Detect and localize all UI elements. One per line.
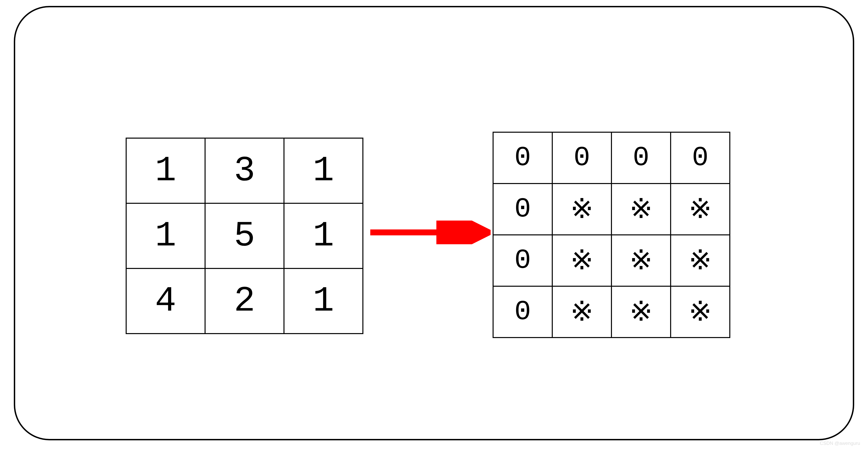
matrix-cell: 1 — [284, 269, 363, 334]
table-row: 4 2 1 — [126, 269, 363, 334]
matrix-cell: ※ — [671, 184, 730, 235]
matrix-cell: 0 — [493, 184, 552, 235]
matrix-cell: 1 — [126, 138, 205, 203]
matrix-cell: 0 — [552, 132, 612, 184]
matrix-cell: 0 — [493, 235, 552, 286]
watermark-text: CSDN @awenguru — [820, 441, 860, 446]
matrix-cell: ※ — [671, 286, 730, 338]
diagram-frame: 1 3 1 1 5 1 4 2 1 — [14, 6, 854, 440]
matrix-cell: 5 — [205, 203, 284, 269]
table-row: 0 ※ ※ ※ — [493, 286, 730, 338]
matrix-cell: ※ — [552, 184, 612, 235]
matrix-cell: ※ — [552, 235, 612, 286]
matrix-cell: 0 — [612, 132, 671, 184]
table-row: 1 5 1 — [126, 203, 363, 269]
matrix-cell: 4 — [126, 269, 205, 334]
matrix-cell: 1 — [126, 203, 205, 269]
matrix-cell: 3 — [205, 138, 284, 203]
matrix-cell: 1 — [284, 138, 363, 203]
output-matrix: 0 0 0 0 0 ※ ※ ※ 0 ※ ※ ※ 0 ※ ※ ※ — [493, 132, 730, 338]
matrix-cell: ※ — [612, 286, 671, 338]
diagram-content: 1 3 1 1 5 1 4 2 1 — [15, 7, 853, 439]
matrix-cell: ※ — [612, 235, 671, 286]
matrix-cell: 2 — [205, 269, 284, 334]
table-row: 0 0 0 0 — [493, 132, 730, 184]
table-row: 0 ※ ※ ※ — [493, 184, 730, 235]
table-row: 1 3 1 — [126, 138, 363, 203]
table-row: 0 ※ ※ ※ — [493, 235, 730, 286]
matrix-cell: 0 — [493, 132, 552, 184]
input-matrix: 1 3 1 1 5 1 4 2 1 — [126, 138, 363, 334]
matrix-cell: 0 — [671, 132, 730, 184]
matrix-cell: 0 — [493, 286, 552, 338]
transform-arrow — [368, 221, 491, 244]
matrix-cell: ※ — [612, 184, 671, 235]
matrix-cell: 1 — [284, 203, 363, 269]
arrow-icon — [368, 221, 491, 244]
matrix-cell: ※ — [552, 286, 612, 338]
matrix-cell: ※ — [671, 235, 730, 286]
